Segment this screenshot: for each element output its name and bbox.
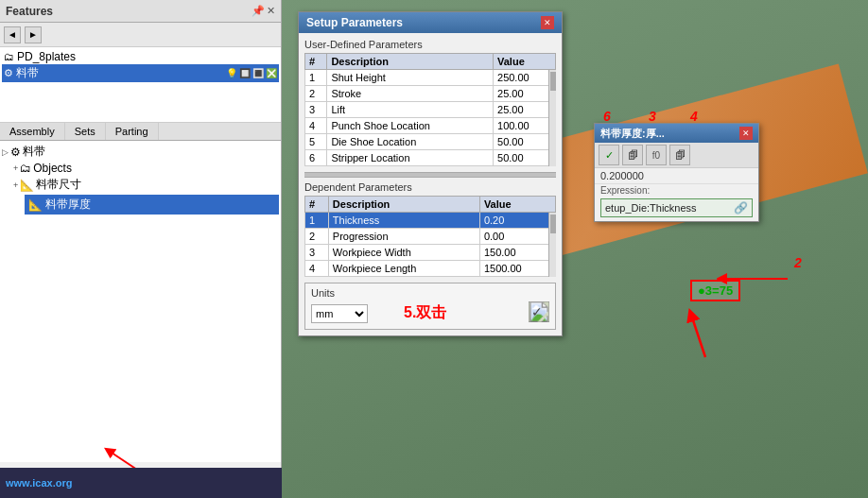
row1-val: 250.00: [494, 70, 556, 86]
table-row[interactable]: 3 Workpiece Width 150.00: [305, 245, 556, 261]
user-params-table: # Description Value 1 Shut Height 250.00…: [304, 53, 556, 166]
gear-icon: ⚙: [4, 67, 13, 79]
liaodai2-label: 料带: [23, 144, 45, 160]
table-row[interactable]: 4 Punch Shoe Location 100.00: [305, 118, 556, 134]
row3-num: 3: [305, 102, 327, 118]
units-select[interactable]: mm: [311, 304, 368, 323]
panel-title: Features: [6, 5, 53, 18]
expression-dialog: 料带厚度:厚... ✕ ✓ 🗐 f0 🗐 0.200000 Expression…: [594, 123, 759, 222]
row2-num: 2: [305, 86, 327, 102]
tree-node-liaodai[interactable]: ⚙ 料带 💡 🔲 🔳 ❎: [2, 64, 279, 82]
row3-desc: Lift: [327, 102, 494, 118]
objects-label: Objects: [33, 162, 72, 175]
chicun-label: 料带尺寸: [36, 177, 81, 193]
features-panel: Features 📌 ✕ ◄ ► 🗂 PD_8plates ⚙ 料带 💡 🔲 🔳…: [0, 0, 282, 498]
dep-col-hash: #: [305, 197, 329, 213]
tabs-bar: Assembly Sets Parting: [0, 123, 281, 141]
tab-assembly[interactable]: Assembly: [0, 123, 65, 140]
user-params-label: User-Defined Parameters: [304, 39, 556, 50]
row5-num: 5: [305, 134, 327, 150]
logo-text: www.icax.org: [6, 477, 73, 489]
expand-icon2: +: [13, 163, 18, 173]
row5-desc: Die Shoe Location: [327, 134, 494, 150]
expr-link-icon[interactable]: 🔗: [734, 201, 748, 215]
tree-node2-liaodai[interactable]: ▷ ⚙ 料带: [2, 143, 279, 161]
top-tree-area: 🗂 PD_8plates ⚙ 料带 💡 🔲 🔳 ❎: [0, 47, 281, 123]
box2-icon[interactable]: 🔳: [252, 68, 264, 78]
expr-paste-button[interactable]: 🗐: [669, 145, 690, 165]
dialog-body: User-Defined Parameters # Description Va…: [299, 33, 562, 335]
bulb-icon[interactable]: 💡: [226, 68, 237, 78]
dep-params-label: Dependent Parameters: [304, 181, 556, 193]
table-row[interactable]: 1 Thickness 0.20: [305, 213, 556, 229]
expr-title: 料带厚度:厚...: [600, 127, 665, 141]
svg-text:✓: ✓: [531, 304, 543, 319]
col-hash: #: [305, 54, 327, 70]
gear2-icon: ⚙: [10, 146, 21, 159]
scrollbar-thumb: [550, 72, 556, 91]
back-button[interactable]: ◄: [4, 26, 21, 43]
row4-val: 100.00: [494, 118, 556, 134]
tree-node2-objects[interactable]: + 🗂 Objects: [13, 161, 279, 176]
expr-copy-button[interactable]: 🗐: [622, 145, 643, 165]
dep-row1-desc: Thickness: [328, 213, 479, 229]
table-row[interactable]: 1 Shut Height 250.00: [305, 70, 556, 86]
dep-params-container: # Description Value 1 Thickness 0.20 2 P…: [304, 196, 556, 277]
col-val: Value: [494, 54, 556, 70]
logo-bar: www.icax.org: [0, 468, 282, 498]
expand-icon: ▷: [2, 147, 9, 157]
user-params-container: # Description Value 1 Shut Height 250.00…: [304, 53, 556, 166]
dep-row4-num: 4: [305, 261, 329, 277]
scrollbar-thumb2: [550, 215, 556, 233]
table-row[interactable]: 2 Stroke 25.00: [305, 86, 556, 102]
tree-node-pd8plates[interactable]: 🗂 PD_8plates: [2, 49, 279, 64]
scrollbar-dep[interactable]: [548, 213, 556, 277]
selected-tree-node[interactable]: 📐 料带厚度: [25, 195, 279, 215]
dialog-title: Setup Parameters: [306, 16, 403, 29]
expr-value: 0.200000: [595, 168, 758, 184]
expr-confirm-button[interactable]: ✓: [599, 145, 619, 165]
tab-sets[interactable]: Sets: [65, 123, 106, 140]
row4-desc: Punch Shoe Location: [327, 118, 494, 134]
units-section: Units mm 5.双击 ✓: [304, 283, 556, 330]
thickness-arrow-svg: [677, 305, 734, 362]
expr-header: 料带厚度:厚... ✕: [595, 124, 758, 143]
svg-line-3: [691, 315, 705, 357]
box1-icon[interactable]: 🔲: [239, 68, 251, 78]
table-row[interactable]: 4 Workpiece Length 1500.00: [305, 261, 556, 277]
objects-icon: 🗂: [20, 162, 31, 175]
folder-icon: 🗂: [4, 51, 14, 62]
chicun-icon: 📐: [20, 179, 34, 192]
annotation-5-label: 5.双击: [404, 303, 446, 323]
annotation-3: 3: [649, 109, 656, 124]
annotation-6: 6: [603, 109, 611, 124]
units-label: Units: [311, 287, 549, 299]
table-row[interactable]: 6 Stripper Location 50.00: [305, 150, 556, 166]
panel-header: Features 📌 ✕: [0, 0, 281, 23]
expr-close-button[interactable]: ✕: [739, 127, 753, 140]
pin-icon[interactable]: 📌: [252, 5, 265, 17]
scrollbar-user[interactable]: [548, 70, 556, 166]
node-icons-right: 💡 🔲 🔳 ❎: [226, 68, 277, 78]
table-row[interactable]: 5 Die Shoe Location 50.00: [305, 134, 556, 150]
forward-button[interactable]: ►: [25, 26, 42, 43]
table-row[interactable]: 2 Progression 0.00: [305, 229, 556, 245]
ok-button[interactable]: ✓: [529, 301, 549, 325]
expr-text[interactable]: etup_Die:Thickness: [605, 202, 697, 214]
dep-row4-val: 1500.00: [479, 261, 555, 277]
table-row[interactable]: 3 Lift 25.00: [305, 102, 556, 118]
selected-label: 料带厚度: [45, 197, 91, 213]
dep-row3-num: 3: [305, 245, 329, 261]
tree-node2-liaodaichicun[interactable]: + 📐 料带尺寸: [13, 176, 279, 194]
expr-function-button[interactable]: f0: [646, 145, 667, 165]
dep-row3-desc: Workpiece Width: [328, 245, 479, 261]
row5-val: 50.00: [494, 134, 556, 150]
dep-row2-desc: Progression: [328, 229, 479, 245]
dep-params-table: # Description Value 1 Thickness 0.20 2 P…: [304, 196, 556, 277]
expr-field: etup_Die:Thickness 🔗: [600, 198, 753, 217]
dialog-close-button[interactable]: ✕: [541, 16, 554, 29]
divider: [304, 172, 556, 178]
x-icon[interactable]: ❎: [266, 68, 277, 78]
close-panel-icon[interactable]: ✕: [267, 5, 275, 17]
tab-parting[interactable]: Parting: [106, 123, 159, 140]
